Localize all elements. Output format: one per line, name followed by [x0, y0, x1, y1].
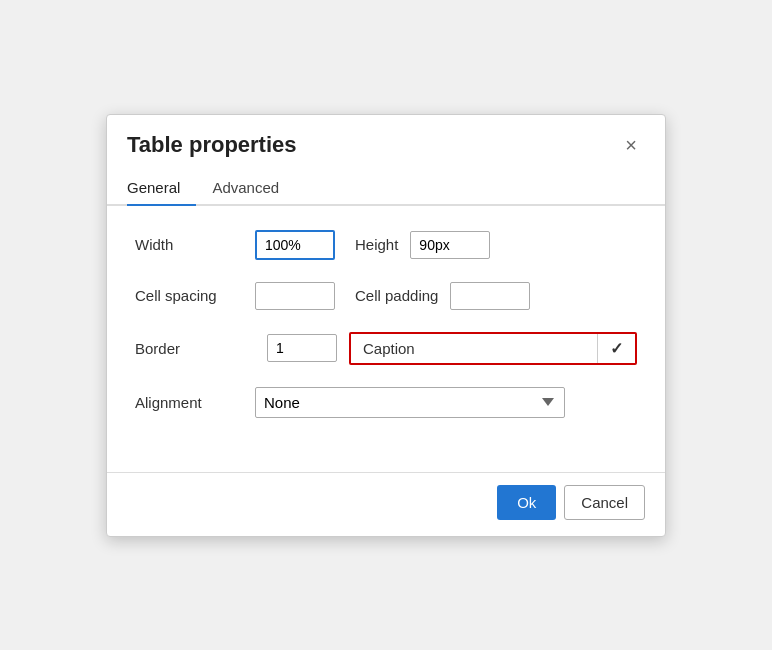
tab-bar: General Advanced	[107, 171, 665, 206]
tab-general[interactable]: General	[127, 171, 196, 206]
caption-group: Caption ✓	[349, 332, 637, 365]
dialog-footer: Ok Cancel	[107, 472, 665, 536]
alignment-select[interactable]: None Left Center Right	[255, 387, 565, 418]
cancel-button[interactable]: Cancel	[564, 485, 645, 520]
dialog-header: Table properties ×	[107, 115, 665, 171]
border-input[interactable]	[267, 334, 337, 362]
height-label: Height	[355, 236, 398, 253]
height-input[interactable]	[410, 231, 490, 259]
cell-padding-input[interactable]	[450, 282, 530, 310]
close-button[interactable]: ×	[617, 131, 645, 159]
alignment-label: Alignment	[135, 394, 255, 411]
ok-button[interactable]: Ok	[497, 485, 556, 520]
cell-spacing-label: Cell spacing	[135, 287, 255, 304]
border-label: Border	[135, 340, 255, 357]
dialog-body: Width Height Cell spacing Cell padding B…	[107, 206, 665, 464]
width-field-group: Height	[255, 230, 637, 260]
alignment-row: Alignment None Left Center Right	[135, 387, 637, 418]
tab-advanced[interactable]: Advanced	[196, 171, 295, 206]
cell-spacing-padding-row: Cell spacing Cell padding	[135, 282, 637, 310]
checkmark-icon: ✓	[610, 339, 623, 358]
width-height-row: Width Height	[135, 230, 637, 260]
cell-padding-label: Cell padding	[355, 287, 438, 304]
cell-spacing-field-group: Cell padding	[255, 282, 637, 310]
dialog-title: Table properties	[127, 132, 297, 158]
width-label: Width	[135, 236, 255, 253]
caption-text: Caption	[351, 335, 597, 362]
cell-spacing-input[interactable]	[255, 282, 335, 310]
caption-checkbox[interactable]: ✓	[597, 334, 635, 363]
border-caption-row: Border Caption ✓	[135, 332, 637, 365]
width-input[interactable]	[255, 230, 335, 260]
table-properties-dialog: Table properties × General Advanced Widt…	[106, 114, 666, 537]
